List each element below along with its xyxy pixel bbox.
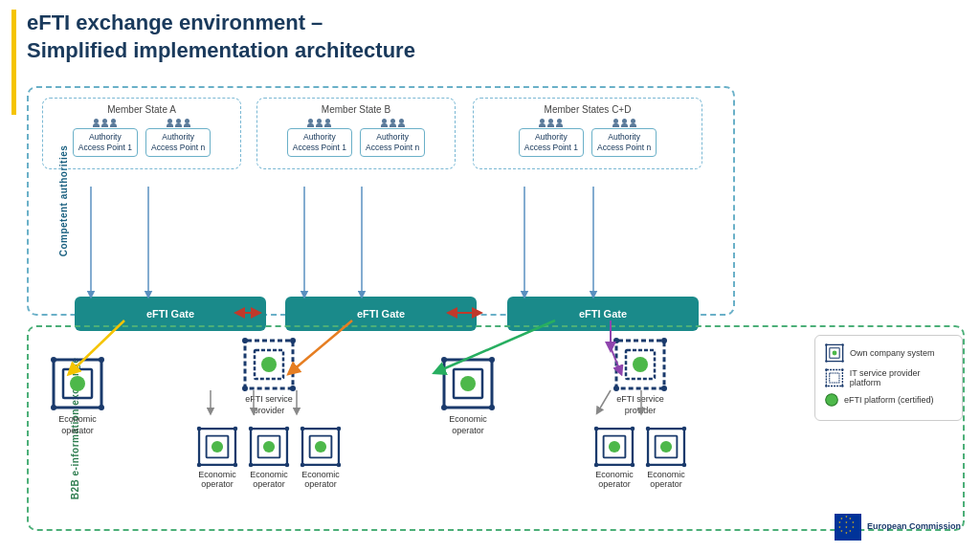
svg-text:★: ★ bbox=[845, 531, 848, 535]
svg-point-6 bbox=[99, 405, 104, 410]
svg-point-19 bbox=[197, 463, 202, 468]
member-state-b-box: Member State B AuthorityAccess Point 1 bbox=[256, 98, 456, 169]
ms-cd-label: Member States C+D bbox=[481, 104, 694, 115]
person bbox=[539, 119, 546, 126]
svg-point-67 bbox=[841, 343, 843, 345]
svg-point-13 bbox=[290, 386, 296, 391]
svg-point-10 bbox=[242, 338, 248, 343]
own-company-icon-2 bbox=[196, 426, 238, 468]
eco-op-3: Economicoperator bbox=[248, 426, 290, 489]
ap-box-an: AuthorityAccess Point n bbox=[145, 128, 211, 157]
member-state-a-box: Member State A AuthorityAccess Point 1 bbox=[42, 98, 241, 169]
legend-it-icon bbox=[825, 368, 844, 387]
page-container: eFTI exchange environment – Simplified i… bbox=[0, 0, 980, 552]
ap-box-cdn: AuthorityAccess Point n bbox=[591, 128, 657, 157]
person bbox=[380, 119, 388, 126]
svg-point-4 bbox=[99, 357, 104, 363]
legend-own-icon bbox=[825, 343, 844, 363]
svg-text:★: ★ bbox=[849, 529, 852, 533]
legend-item-own: Own company system bbox=[825, 343, 952, 363]
svg-point-5 bbox=[51, 405, 56, 410]
ms-b-label: Member State B bbox=[265, 104, 447, 115]
person bbox=[307, 119, 315, 126]
own-company-icon-7 bbox=[645, 426, 687, 468]
own-company-icon-1 bbox=[50, 356, 105, 411]
svg-point-45 bbox=[613, 338, 619, 343]
person bbox=[556, 119, 564, 126]
eco-op-3-label: Economicoperator bbox=[250, 470, 288, 489]
svg-point-11 bbox=[290, 338, 296, 343]
svg-text:★: ★ bbox=[845, 515, 848, 519]
efti-sp-2: eFTI serviceprovider bbox=[593, 337, 687, 416]
svg-point-53 bbox=[631, 427, 635, 431]
person bbox=[101, 119, 109, 126]
eco-op-1-label: Economicoperator bbox=[58, 414, 97, 436]
people-icon-an bbox=[166, 119, 190, 126]
svg-point-41 bbox=[489, 405, 495, 410]
svg-text:★: ★ bbox=[840, 517, 843, 520]
svg-point-33 bbox=[301, 463, 305, 468]
eco-op-2: Economicoperator bbox=[196, 426, 238, 489]
svg-point-9 bbox=[261, 357, 277, 372]
person bbox=[110, 119, 118, 126]
legend-efti-icon bbox=[825, 393, 838, 407]
ms-a-label: Member State A bbox=[51, 104, 233, 115]
legend-it-label: IT service provider platform bbox=[850, 368, 952, 387]
svg-point-61 bbox=[646, 463, 651, 468]
it-provider-icon-1 bbox=[241, 337, 297, 392]
eco-op-6: Economicoperator bbox=[593, 426, 635, 489]
svg-text:★: ★ bbox=[838, 525, 841, 529]
ap-cd-1: AuthorityAccess Point 1 bbox=[519, 119, 584, 157]
ap-row-b: AuthorityAccess Point 1 AuthorityAccess … bbox=[265, 119, 447, 157]
svg-point-51 bbox=[609, 441, 620, 453]
svg-point-66 bbox=[825, 343, 827, 345]
svg-point-44 bbox=[633, 357, 648, 372]
svg-text:★: ★ bbox=[840, 529, 843, 533]
svg-point-16 bbox=[212, 441, 223, 453]
title-line2: Simplified implementation architecture bbox=[27, 38, 415, 62]
svg-point-76 bbox=[826, 394, 838, 407]
svg-point-39 bbox=[489, 357, 495, 363]
svg-point-25 bbox=[285, 427, 290, 431]
person bbox=[397, 119, 405, 126]
sub-ops-1: Economicoperator Economicoperator bbox=[196, 426, 342, 489]
svg-point-38 bbox=[441, 357, 447, 363]
person bbox=[612, 119, 619, 126]
svg-point-59 bbox=[646, 427, 651, 431]
svg-text:★: ★ bbox=[845, 525, 848, 529]
svg-point-23 bbox=[263, 441, 275, 453]
svg-text:★: ★ bbox=[838, 520, 841, 524]
member-state-cd-box: Member States C+D AuthorityAccess Point … bbox=[473, 98, 702, 169]
svg-point-74 bbox=[825, 385, 827, 386]
ap-a-1: AuthorityAccess Point 1 bbox=[73, 119, 138, 157]
ap-b-1: AuthorityAccess Point 1 bbox=[287, 119, 352, 157]
people-icon-cdn bbox=[612, 119, 636, 126]
svg-point-37 bbox=[460, 376, 476, 391]
person bbox=[183, 119, 190, 126]
eco-op-5: Economicoperator bbox=[440, 356, 496, 436]
svg-point-20 bbox=[234, 463, 238, 468]
svg-point-31 bbox=[301, 427, 305, 431]
person bbox=[166, 119, 173, 126]
svg-point-26 bbox=[249, 463, 254, 468]
svg-rect-70 bbox=[826, 370, 842, 386]
title-line1: eFTI exchange environment – bbox=[27, 11, 323, 34]
svg-point-3 bbox=[51, 357, 56, 363]
svg-point-34 bbox=[337, 463, 342, 468]
svg-text:★: ★ bbox=[852, 525, 855, 529]
legend-item-efti: eFTI platform (certified) bbox=[825, 393, 952, 407]
person bbox=[389, 119, 396, 126]
efti-sp-1-label: eFTI serviceprovider bbox=[245, 394, 293, 416]
svg-point-24 bbox=[249, 427, 254, 431]
efti-sp-1: eFTI serviceprovider bbox=[196, 337, 342, 416]
svg-point-65 bbox=[833, 351, 837, 356]
eu-commission-logo: ★ ★ ★ ★ ★ ★ ★ ★ ★ ★ ★ ★ European Commiss… bbox=[835, 514, 961, 541]
svg-point-60 bbox=[682, 427, 687, 431]
svg-point-75 bbox=[841, 385, 843, 386]
eco-op-5-label: Economicoperator bbox=[449, 414, 487, 436]
it-provider-icon-2 bbox=[612, 337, 668, 392]
page-title: eFTI exchange environment – Simplified i… bbox=[27, 10, 601, 64]
svg-point-73 bbox=[841, 368, 843, 370]
eco-op-1: Economicoperator bbox=[50, 356, 105, 436]
accent-bar bbox=[11, 10, 16, 115]
